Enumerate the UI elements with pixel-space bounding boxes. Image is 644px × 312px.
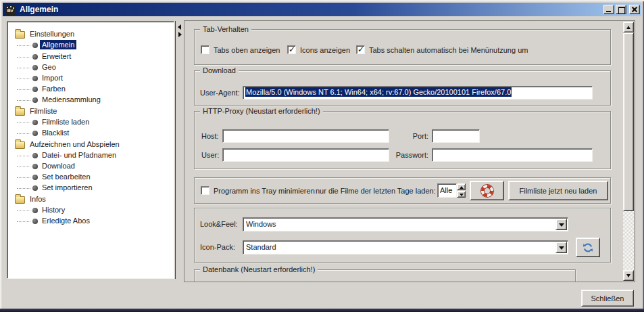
look-feel-label: Look&Feel: [200,220,238,228]
tree-node-blacklist[interactable]: Blacklist [7,128,174,139]
tree-node-aufzeichnen[interactable]: Aufzeichnen und Abspielen [7,139,174,150]
bullet-icon [32,87,38,92]
tree-connector [17,45,30,46]
collapse-right-icon[interactable] [178,32,182,37]
folder-icon [15,108,25,116]
tabs-schalten-checkbox[interactable] [356,45,365,54]
tree-node-einstellungen[interactable]: Einstellungen [7,29,174,40]
folder-icon [15,196,25,204]
user-agent-input[interactable]: Mozilla/5.0 (Windows NT 6.1; Win64; x64;… [243,86,593,99]
refresh-icon-pack-button[interactable] [576,238,600,257]
http-proxy-group: HTTP-Proxy (Neustart erforderlich!) Host… [194,111,611,169]
close-window-button[interactable] [629,5,640,14]
chevron-down-icon[interactable] [555,242,567,253]
tray-minimize-label: Programm ins Tray minimieren [214,187,315,195]
bullet-icon [32,76,38,81]
download-group: Download User-Agent: Mozilla/5.0 (Window… [194,70,611,106]
tab-verhalten-group: Tab-Verhalten Tabs oben anzeigen Icons a… [194,29,611,65]
look-feel-value: Windows [243,218,568,231]
tree-node-history[interactable]: History [7,205,174,216]
proxy-user-label: User: [201,151,219,159]
bullet-icon [32,185,38,191]
tabs-oben-checkbox[interactable] [201,45,209,54]
split-pane-divider[interactable] [175,21,183,279]
icons-anzeigen-checkbox[interactable] [287,45,296,54]
scroll-down-button[interactable] [623,270,634,281]
selected-text: Mozilla/5.0 (Windows NT 6.1; Win64; x64;… [245,87,512,97]
window-controls [603,5,641,14]
bullet-icon [32,131,38,136]
tree-connector [17,89,30,90]
appearance-box: Look&Feel: Windows Icon-Pack: Standard [194,208,611,263]
password-input[interactable] [432,148,593,162]
bullet-icon [32,175,38,180]
tree-node-infos[interactable]: Infos [7,194,174,205]
help-button[interactable] [470,181,504,200]
tray-reload-row: Programm ins Tray minimieren nur die Fil… [194,177,611,204]
folder-icon [15,31,25,39]
scrollbar-thumb[interactable] [623,32,634,211]
tree-connector [17,79,30,79]
host-input[interactable] [222,129,389,143]
spinner-up-button[interactable] [457,183,466,190]
tree-node-set-importieren[interactable]: Set importieren [7,183,174,194]
close-dialog-button[interactable]: Schließen [581,290,634,307]
tree-connector [17,177,30,178]
days-spinner[interactable]: Alle [437,183,466,198]
icon-pack-select[interactable]: Standard [243,240,568,254]
bullet-icon [32,120,38,125]
icon-pack-value: Standard [243,241,568,254]
group-title: Tab-Verhalten [200,25,251,33]
tree-node-filmliste[interactable]: Filmliste [7,106,174,117]
tree-node-mediensammlung[interactable]: Mediensammlung [7,95,174,106]
tree-node-download[interactable]: Download [7,161,174,172]
user-agent-label: User-Agent: [200,89,240,97]
tree-node-geo[interactable]: Geo [7,62,174,73]
password-label: Passwort: [395,151,428,159]
tree-node-filmliste-laden[interactable]: Filmliste laden [7,117,174,128]
icons-anzeigen-label: Icons anzeigen [300,46,350,54]
group-title: Datenbank (Neustart erforderlich!) [200,265,318,273]
tree-connector [17,122,30,123]
tree-node-set-bearbeiten[interactable]: Set bearbeiten [7,172,174,183]
tree-connector [17,156,30,156]
tree-node-erledigte-abos[interactable]: Erledigte Abos [7,216,174,227]
tree-node-datei-pfadnamen[interactable]: Datei- und Pfadnamen [7,150,174,161]
tree-connector [17,210,30,211]
tree-node-import[interactable]: Import [7,73,174,84]
vertical-scrollbar[interactable] [623,22,634,281]
scroll-up-button[interactable] [623,22,634,32]
folder-icon [15,141,25,149]
port-input[interactable] [432,129,480,143]
bullet-icon [32,54,38,60]
arrow-up-icon [460,186,464,189]
chevron-down-icon[interactable] [555,219,567,230]
days-spinner-value[interactable]: Alle [437,183,457,198]
tree-node-erweitert[interactable]: Erweitert [7,51,174,62]
collapse-left-icon[interactable] [178,24,181,30]
datenbank-group: Datenbank (Neustart erforderlich!) [194,269,576,282]
tray-minimize-checkbox[interactable] [201,186,209,195]
look-feel-select[interactable]: Windows [243,217,568,231]
bullet-icon [32,97,38,103]
tree-node-farben[interactable]: Farben [7,84,174,95]
spinner-down-button[interactable] [457,191,466,198]
bullet-icon [32,153,38,158]
group-title: Download [200,66,239,74]
window-title: Allgemein [20,5,58,14]
tree-connector [17,57,30,58]
minimize-button[interactable] [603,5,614,14]
proxy-user-input[interactable] [222,148,389,162]
bullet-icon [32,208,38,213]
app-icon: MV [5,5,16,15]
reload-filmliste-button[interactable]: Filmliste jetzt neu laden [508,181,608,200]
spinner-buttons [457,183,466,198]
tree-connector [17,100,30,101]
group-title: HTTP-Proxy (Neustart erforderlich!) [200,107,323,115]
maximize-button[interactable] [616,5,626,14]
bullet-icon [32,164,38,169]
bullet-icon [32,43,38,48]
tree-node-allgemein[interactable]: Allgemein [7,40,174,51]
icon-pack-label: Icon-Pack: [200,243,235,251]
host-label: Host: [201,132,219,140]
